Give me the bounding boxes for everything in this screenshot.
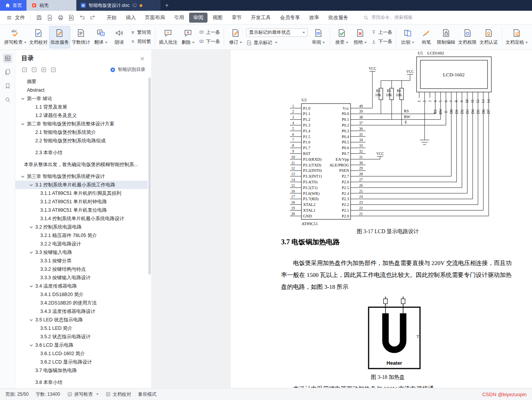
home-tab[interactable]: 首页 bbox=[0, 0, 26, 11]
ribbon-button-read-aloud[interactable]: 朗读 bbox=[110, 26, 128, 48]
spellcheck-status[interactable]: 拼写检查 bbox=[67, 391, 99, 398]
toc-item[interactable]: 3.4.2DS18B20 的使用方法 bbox=[15, 299, 148, 307]
chevron-down-icon[interactable] bbox=[21, 122, 25, 126]
toc-item[interactable]: 3.6.2 LCD 显示电路设计 bbox=[15, 358, 148, 366]
ribbon-button-delete-comment[interactable]: 删除 bbox=[179, 26, 197, 48]
smart-toc-button[interactable]: 智能识别目录 bbox=[110, 66, 145, 73]
ribbon-button-doc-finalize[interactable]: 文档定稿 bbox=[504, 26, 529, 48]
ribbon-button-insert-comment[interactable]: 插入批注 bbox=[158, 26, 179, 48]
toc-item[interactable]: 3.2.2 电源电路设计 bbox=[15, 240, 148, 248]
proofread-status[interactable]: 文档校对 bbox=[105, 391, 131, 398]
chevron-down-icon[interactable] bbox=[29, 284, 33, 288]
print-icon[interactable] bbox=[56, 13, 65, 22]
toc-item[interactable]: 3.4.3 温度传感器电路设计 bbox=[15, 307, 148, 316]
toc-item[interactable]: 3.5 LED 状态指示电路 bbox=[15, 316, 148, 324]
chevron-down-icon[interactable] bbox=[29, 225, 33, 229]
chevron-down-icon[interactable] bbox=[21, 97, 25, 101]
pages-icon[interactable] bbox=[3, 67, 12, 77]
ribbon-button-doc-permission[interactable]: 文档权限 bbox=[457, 26, 478, 48]
ribbon-button-compare[interactable]: 比较 bbox=[399, 26, 417, 48]
toc-item[interactable]: 2.3 本章小结 bbox=[15, 148, 148, 157]
markup-state-select[interactable]: 显示标记的最终状态 bbox=[246, 28, 308, 37]
toc-item[interactable]: 1.1 背景及发展 bbox=[15, 103, 148, 111]
collapse-all-icon[interactable] bbox=[31, 67, 37, 73]
collapse-level-icon[interactable] bbox=[50, 67, 56, 73]
tab-gaoke[interactable]: 稿壳 bbox=[26, 0, 76, 11]
chevron-down-icon[interactable] bbox=[29, 318, 33, 322]
export-icon[interactable] bbox=[45, 13, 54, 22]
ribbon-button-spellcheck[interactable]: abc拼写检查 bbox=[3, 26, 28, 48]
toc-item[interactable]: 3.1.3 AT89C51 单片机复位电路 bbox=[15, 206, 148, 214]
document-page[interactable]: U2AT89C511P1.02P1.13P1.24P1.35P1.46P1.57… bbox=[230, 50, 532, 388]
menu-tab[interactable]: 章节 bbox=[227, 13, 246, 23]
toc-item[interactable]: 3.3.1 按键分类 bbox=[15, 257, 148, 265]
undo-icon[interactable] bbox=[77, 13, 87, 22]
menu-tab[interactable]: 引用 bbox=[170, 13, 188, 23]
ribbon-button-ink-pen[interactable]: 画笔 bbox=[417, 26, 435, 48]
toc-item[interactable]: 3.1.1 AT89C51 单片机的引脚及其排列 bbox=[15, 189, 148, 198]
toc-item[interactable]: 2.2 智能电饭煲控制系统电路组成 bbox=[15, 137, 148, 145]
ribbon-button-doc-correct[interactable]: 批改服务 bbox=[49, 26, 71, 48]
menu-tab[interactable]: 开发工具 bbox=[247, 13, 275, 23]
menu-tab[interactable]: 视图 bbox=[208, 13, 227, 23]
toc-item[interactable]: 3.1.2 AT89C51 单片机时钟电路 bbox=[15, 198, 148, 206]
toc-item[interactable]: 本章从整体出发，首先确定电饭煲的模糊智能控制系... bbox=[15, 160, 148, 169]
toc-item[interactable]: 第三章 智能电饭煲控制系统硬件设计 bbox=[15, 172, 148, 181]
toc-item[interactable]: 3.2 控制系统电源电路 bbox=[15, 223, 148, 231]
toc-item[interactable]: 3.3.2 按键结构与特点 bbox=[15, 265, 148, 273]
ribbon-button-reviewer[interactable]: 审阅 bbox=[309, 26, 328, 48]
ribbon-button-track-changes[interactable]: 修订 bbox=[226, 26, 245, 48]
ribbon-button-prev-change[interactable]: 上一条 bbox=[371, 29, 392, 36]
menu-tab[interactable]: 审阅 bbox=[189, 13, 208, 23]
toc-item[interactable]: 2.1 智能电饭煲控制系统简介 bbox=[15, 128, 148, 137]
file-menu[interactable]: 文件 bbox=[4, 14, 27, 21]
toc-item[interactable]: 3.4.1 DS18B20 简介 bbox=[15, 290, 148, 299]
toc-item[interactable]: 3.5.2 状态指示电路设计 bbox=[15, 333, 148, 341]
menu-tab[interactable]: 开始 bbox=[102, 13, 121, 23]
ribbon-button-simp-to-trad[interactable]: 简简转繁 bbox=[130, 38, 151, 45]
ribbon-button-restrict-edit[interactable]: 限制编辑 bbox=[435, 26, 457, 48]
chevron-down-icon[interactable] bbox=[21, 174, 25, 179]
ribbon-button-translate[interactable]: 文A翻译 bbox=[92, 26, 110, 48]
ribbon-button-next-change[interactable]: 下一条 bbox=[371, 38, 392, 45]
toc-item[interactable]: 3.7 电饭锅加热电路 bbox=[15, 366, 148, 375]
menu-tab[interactable]: 效率 bbox=[305, 13, 323, 23]
close-icon[interactable] bbox=[139, 56, 145, 62]
new-tab-button[interactable] bbox=[160, 0, 173, 11]
menu-tab[interactable]: 页面布局 bbox=[141, 13, 169, 23]
toc-item[interactable]: 3.1.4 控制系统单片机最小系统电路设计 bbox=[15, 214, 148, 223]
toc-item[interactable]: 3.6.1 LCD-1602 简介 bbox=[15, 349, 148, 358]
word-count[interactable]: 字数: 13400 bbox=[36, 391, 60, 398]
ribbon-button-word-count[interactable]: 字数统计 bbox=[70, 26, 92, 48]
toc-item[interactable]: 3.2.1 稳压器件 78L05 简介 bbox=[15, 231, 148, 240]
menu-tab[interactable]: 批改服务 bbox=[324, 13, 352, 23]
toc-item[interactable]: 3.6 LCD 显示电路 bbox=[15, 341, 148, 349]
menu-tab[interactable]: 插入 bbox=[122, 13, 140, 23]
save-icon[interactable] bbox=[35, 13, 44, 22]
outline-panel-icon[interactable] bbox=[3, 54, 12, 63]
toc-item[interactable]: 1.2 课题任务及意义 bbox=[15, 111, 148, 120]
ribbon-button-next-comment[interactable]: 下一条 bbox=[199, 38, 220, 45]
chevron-down-icon[interactable] bbox=[29, 250, 33, 255]
chevron-down-icon[interactable] bbox=[29, 343, 33, 347]
bookmark-icon[interactable] bbox=[3, 81, 12, 91]
toc-item[interactable]: 3.8 本章小结 bbox=[15, 378, 148, 387]
ribbon-button-trad-to-simp[interactable]: 繁繁转简 bbox=[130, 29, 151, 36]
redo-icon[interactable] bbox=[88, 13, 97, 22]
toc-item[interactable]: 3.3.3 按键输入电路设计 bbox=[15, 273, 148, 282]
toc-scrollbar[interactable] bbox=[148, 77, 151, 275]
document-tab[interactable]: W 智能电饭煲设计.doc bbox=[76, 0, 160, 11]
sidebar-search-icon[interactable] bbox=[3, 95, 12, 104]
toc-item[interactable]: 摘要 bbox=[15, 77, 148, 86]
ribbon-button-doc-proof[interactable]: 文档校对 bbox=[28, 26, 49, 48]
expand-level-icon[interactable] bbox=[41, 67, 47, 73]
command-search[interactable]: 查找命令、搜索模板 bbox=[363, 14, 413, 21]
chevron-down-icon[interactable] bbox=[29, 183, 33, 187]
ribbon-button-doc-certify[interactable]: 文档认证 bbox=[478, 26, 499, 48]
ribbon-button-prev-comment[interactable]: 上一条 bbox=[199, 29, 220, 36]
select-all-icon[interactable] bbox=[21, 67, 28, 73]
toc-item[interactable]: 3.4 温度传感器电路 bbox=[15, 282, 148, 290]
toc-item[interactable]: 3.1 控制系统单片机最小系统工作电路 bbox=[15, 181, 148, 189]
ribbon-button-show-markup[interactable]: 显示标记 bbox=[246, 40, 308, 46]
menu-tab[interactable]: 会员专享 bbox=[276, 13, 304, 23]
